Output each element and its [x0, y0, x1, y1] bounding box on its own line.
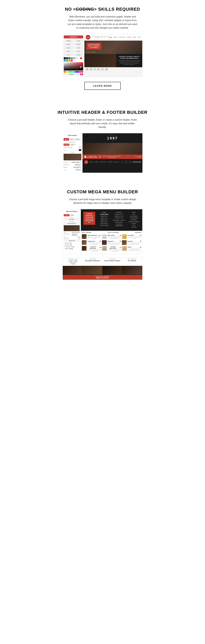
- loc-delivery-label: DELIVERY SUPPORT: [64, 276, 142, 277]
- loc-hours-label: OPENING HOURS: [64, 258, 82, 260]
- mm-pages-item-2: ABOUT US 1: [98, 216, 110, 217]
- hb-tab-style[interactable]: Style: [70, 138, 74, 140]
- food-item-croissant-name-row: Croissant $9: [128, 234, 141, 236]
- hb-tab-advanced[interactable]: Advanc.: [74, 138, 80, 140]
- food-item-dots-4: [115, 234, 119, 236]
- hb-footer-phone: 234.567.3455: [132, 161, 141, 163]
- food-item-brownie-desc: Rich chocolate brownie with chunks of ch…: [128, 242, 141, 245]
- hb-footer-links: HOME PAGES PORTFOLIO SLIDERS SEE TAB: [90, 161, 121, 162]
- mm-tab-style[interactable]: Style: [70, 214, 74, 216]
- cold-coffee-col: Milk Coffee $9 Americano photo Blend wit…: [102, 234, 121, 253]
- coffee-second-image: [84, 54, 116, 67]
- hb-restaurant-subtitle: HISTORY: [84, 134, 141, 136]
- food-item-caramel2-name: Caramel Macchiato: [108, 246, 119, 249]
- hb-bg-label: Background: [64, 142, 81, 143]
- hb-color-swatch[interactable]: [79, 149, 81, 151]
- mm-pages-item-7: OUR PROCESS: [98, 224, 110, 226]
- mm-delivery-item-2: COFFEE SANDWICHES: [113, 224, 125, 226]
- food-item-cafe-info: Cafe Americano $7.9 Apprentice dropshots…: [87, 234, 101, 239]
- mm-cafe-label-field: Cafe label Cafe Americano: [64, 221, 80, 224]
- food-item-caramel-desc: Americano caramel macchiato in a medium …: [87, 249, 101, 252]
- hb-footer-social: f ◎ Q: [121, 161, 131, 163]
- food-item-scone-desc: Americano scone with strawberries & butt…: [128, 248, 141, 251]
- mm-tab-content[interactable]: Content: [64, 214, 70, 216]
- hb-bg-normal-tab[interactable]: Normal: [64, 144, 70, 146]
- food-item-milk-info: Milk Coffee $9 Americano photo Blend wit…: [108, 234, 121, 239]
- mm-pages-item-5: ABOUT US 4: [98, 221, 110, 222]
- hb-location-text: Location Lake House, 13 Hanway Square, L…: [102, 156, 122, 158]
- food-item-cappuccino-img: [82, 240, 86, 245]
- hb-tab-layout[interactable]: Layout: [64, 138, 69, 140]
- mm-bullet-calories: Calories 286: [64, 242, 80, 244]
- mm-sidebar: Edit Food Menu Content Style Menu Food M…: [62, 209, 81, 254]
- loc-cross-val: CROSS STREET MARKET: [104, 260, 121, 262]
- coffee-logo: Coffee: [86, 35, 90, 40]
- food-item-caramel2-price: $7: [120, 247, 121, 248]
- toolbar-italic[interactable]: I: [94, 68, 96, 70]
- loc-img-1: [63, 266, 82, 275]
- food-item-espresso-name: Espresso: [108, 240, 114, 242]
- hb-bg-hover-tab[interactable]: Hover: [70, 144, 76, 146]
- coffee-second-desc: Exercitation photo booth accusamus irure…: [118, 60, 141, 65]
- bakery-col: Croissant $9 Croissants is made with reg…: [122, 234, 141, 253]
- food-item-croissant-info: Croissant $9 Croissants is made with reg…: [128, 234, 141, 239]
- hb-footer-nav: Coffee HOME PAGES PORTFOLIO SLIDERS SEE …: [82, 159, 142, 165]
- color-ok-button[interactable]: OK: [80, 73, 83, 75]
- hb-position-val: Center Center ▼: [71, 161, 81, 163]
- mm-cafe-input[interactable]: Cafe Americano: [64, 222, 80, 224]
- hb-opening-label: Opening Hours 11:30AM - 2:30PM: [87, 156, 97, 158]
- learn-more-button[interactable]: LEARN MORE: [84, 82, 121, 90]
- mm-blog-item-1: AND: [128, 214, 140, 215]
- elementor-canvas: Coffee ☰ OPENING HOURS 11:30AM - 2:30PM …: [84, 34, 142, 77]
- hb-clock-icon: ⏰: [84, 156, 86, 158]
- food-cat-cold: COLD COFFEES: [108, 232, 119, 233]
- mm-bullet-sodium: Sodium 230mg: [64, 248, 80, 250]
- food-item-cafe-name-row: Cafe Americano $7.9: [87, 234, 101, 236]
- toolbar-bold[interactable]: B: [86, 68, 89, 70]
- mm-bullet-cholesterol: Cholesterol 10mg: [64, 246, 80, 248]
- hb-position-label: Position: [64, 162, 68, 163]
- hb-footer-pages: PAGES: [94, 161, 98, 162]
- widget-map: Map: [74, 50, 83, 53]
- mm-delivery-item-1: COFFEE SHOP: [113, 222, 125, 223]
- color-hex-input[interactable]: #D0302N: [64, 73, 79, 75]
- mm-special-tag: Special Tag: [64, 240, 80, 242]
- toolbar-strikethrough[interactable]: S: [97, 68, 100, 70]
- header-builder-mockup: Edit Column Layout Style Advanc. Backgro…: [62, 133, 142, 173]
- food-item-cafe-img: [82, 234, 86, 239]
- hb-social-icons: f ◎ ✿: [136, 156, 141, 158]
- food-menu-items: HOT COFFEE COLD COFFEES BAKERY: [81, 231, 142, 254]
- food-item-milk-price: $9: [120, 235, 121, 236]
- section-header-footer-title: INTUITIVE HEADER & FOOTER BUILDER: [56, 110, 149, 115]
- coffee-second-text: COFFEE IS THE BEST THING TO DOUSE THE SU…: [116, 54, 142, 67]
- food-item-cafe-name: Cafe Americano: [87, 234, 98, 236]
- food-item-cafe: Cafe Americano $7.9 Apprentice dropshots…: [82, 234, 101, 239]
- toolbar-list[interactable]: ☰: [105, 68, 108, 70]
- food-item-milk-name-row: Milk Coffee $9: [108, 234, 121, 236]
- color-picker-dot: [80, 66, 82, 68]
- mm-pages-item-3: ABOUT US 2: [98, 217, 110, 219]
- food-item-caramel-name: Caramel Macchiato: [87, 246, 99, 249]
- hb-sidebar: Edit Column Layout Style Advanc. Backgro…: [62, 133, 82, 173]
- hb-color-label: Color: [64, 150, 66, 150]
- food-item-caramel-img: [82, 246, 86, 251]
- mm-pages-item-1: COFFEE MENU: [98, 214, 110, 215]
- toolbar-check[interactable]: ✓: [101, 68, 104, 70]
- mm-bullet-list: Calories 286 Total Fat 20g Cholesterol 1…: [64, 242, 80, 250]
- widget-video: Video: [64, 50, 73, 53]
- food-item-caramel: Caramel Macchiato $9 Americano caramel m…: [82, 246, 101, 252]
- nav-sliders: SLIDERS: [127, 36, 132, 38]
- toolbar-underline[interactable]: U: [90, 68, 93, 70]
- section-header-footer-description: Choose a pre-built header, footer or cre…: [68, 118, 138, 129]
- mm-delivery-section: DELIVERY & SHOP COFFEE SHOP COFFEE SANDW…: [113, 220, 125, 226]
- mm-blog-item-6: CLASSIC: [128, 223, 140, 224]
- hb-repeat-label: Repeat: [64, 167, 68, 168]
- mm-sidebar-title: Edit Food Menu: [64, 210, 80, 213]
- hb-hours-item-1: ⏰ Opening Hours 11:30AM - 2:30PM: [84, 156, 97, 158]
- mm-menu-input[interactable]: Food Menu: [64, 218, 80, 220]
- hb-footer-social-icon2: ◎: [125, 161, 128, 163]
- color-hex-row: #D0302N OK: [64, 73, 83, 75]
- mm-tag-val: $7.9: [77, 236, 80, 238]
- food-item-dots-2: [96, 240, 99, 242]
- food-item-caramel-info: Caramel Macchiato $9 Americano caramel m…: [87, 246, 101, 252]
